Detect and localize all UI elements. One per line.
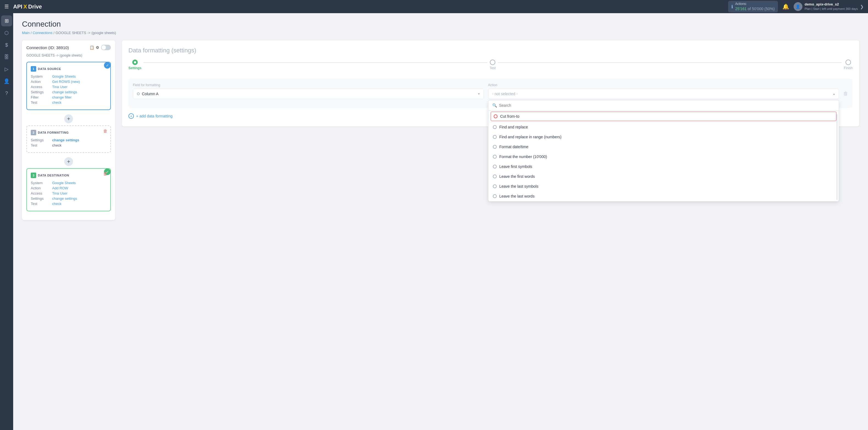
- step3-settings-label: Settings: [31, 196, 50, 201]
- action-select[interactable]: - not selected - ▴: [488, 89, 839, 99]
- connection-toggle[interactable]: [101, 45, 111, 50]
- user-menu[interactable]: 👤 demo_apix-drive_s2 Plan | Start | left…: [794, 2, 864, 11]
- prog-label-finish: Finish: [844, 66, 852, 70]
- sidebar-item-home[interactable]: ⊞: [1, 16, 12, 26]
- avatar: 👤: [794, 2, 802, 11]
- breadcrumb-main[interactable]: Main: [22, 31, 30, 35]
- action-select-chevron-up-icon: ▴: [833, 92, 835, 96]
- add-between-2-3-button[interactable]: +: [64, 157, 73, 166]
- dropdown-item-7[interactable]: Leave the last symbols: [489, 181, 839, 191]
- step3-test-label: Test: [31, 202, 50, 206]
- left-panel: Connection (ID: 38910) 📋 ⚙ GOOGLE SHEETS…: [22, 40, 115, 220]
- prog-line-2: [498, 62, 842, 63]
- dropdown-item-6[interactable]: Leave the first words: [489, 172, 839, 181]
- step1-system-value[interactable]: Google Sheets: [52, 74, 76, 79]
- step1-settings-value[interactable]: change settings: [52, 90, 77, 94]
- connection-subtitle: GOOGLE SHEETS -> (google sheets): [26, 54, 111, 57]
- field-row: Field for formatting Column A ▾: [133, 83, 848, 99]
- step1-num: 1: [31, 66, 36, 72]
- dropdown-item-8[interactable]: Leave the last words: [489, 191, 839, 201]
- dropdown-item-5[interactable]: Leave first symbols: [489, 162, 839, 172]
- dropdown-search-input[interactable]: [499, 103, 835, 108]
- dropdown-item-label-6: Leave the first words: [499, 174, 535, 179]
- main-content: Connection Main / Connections / GOOGLE S…: [13, 13, 868, 430]
- dropdown-item-0[interactable]: Cut from-to: [491, 112, 837, 121]
- field-select-chevron-icon: ▾: [478, 92, 480, 96]
- prog-step-test: Test: [490, 60, 496, 70]
- step3-access-value[interactable]: Tina User: [52, 191, 67, 195]
- radio-circle-2: [493, 135, 497, 139]
- sidebar-item-help[interactable]: ?: [1, 88, 12, 99]
- actions-box: ℹ Actions: 25'161 of 50'000 (50%): [728, 1, 778, 12]
- step3-access-row: Access Tina User: [31, 191, 106, 195]
- field-select-value: Column A: [142, 92, 159, 96]
- logo-text-post: Drive: [28, 4, 42, 10]
- step3-test-value[interactable]: check: [52, 202, 61, 206]
- step3-system-value[interactable]: Google Sheets: [52, 181, 76, 185]
- dropdown-item-2[interactable]: Find and replace in range (numbers): [489, 132, 839, 142]
- sidebar-item-data[interactable]: 🗄: [1, 52, 12, 63]
- breadcrumb-connections[interactable]: Connections: [33, 31, 53, 35]
- right-panel: Data formatting (settings) Settings Test: [122, 40, 859, 220]
- bell-icon[interactable]: 🔔: [782, 3, 789, 10]
- step3-action-value[interactable]: Add ROW: [52, 186, 68, 190]
- step1-filter-value[interactable]: change filter: [52, 95, 72, 99]
- sidebar-item-connections[interactable]: ⬡: [1, 27, 12, 38]
- step1-action-row: Action Get ROWS (new): [31, 80, 106, 84]
- action-label: Action: [488, 83, 839, 87]
- step2-label: DATA FORMATTING: [38, 131, 69, 134]
- field-for-formatting-select[interactable]: Column A ▾: [133, 89, 484, 99]
- dropdown-item-label-8: Leave the last words: [499, 194, 534, 198]
- step1-test-label: Test: [31, 100, 50, 104]
- step1-system-label: System: [31, 74, 50, 79]
- step2-test-row: Test check: [31, 143, 106, 147]
- field-for-formatting-group: Field for formatting Column A ▾: [133, 83, 484, 99]
- step2-test-value[interactable]: check: [52, 143, 61, 147]
- field-for-formatting-label: Field for formatting: [133, 83, 484, 87]
- step3-access-label: Access: [31, 191, 50, 195]
- prog-label-test: Test: [490, 66, 496, 70]
- copy-icon[interactable]: 📋: [89, 45, 94, 50]
- dropdown-scrollbar[interactable]: [836, 114, 838, 200]
- dropdown-item-label-0: Cut from-to: [500, 114, 520, 119]
- actions-percent: (50%): [765, 7, 775, 11]
- step1-filter-label: Filter: [31, 95, 50, 99]
- delete-row-icon[interactable]: 🗑: [843, 91, 848, 97]
- add-formatting-plus-icon: +: [128, 113, 134, 119]
- menu-icon[interactable]: ☰: [4, 4, 9, 10]
- sidebar-item-account[interactable]: 👤: [1, 76, 12, 87]
- radio-circle-3: [493, 145, 497, 149]
- step2-settings-value[interactable]: change settings: [52, 138, 79, 142]
- user-chevron-icon[interactable]: ❯: [860, 4, 864, 9]
- dropdown-item-4[interactable]: Format the number (10'000): [489, 152, 839, 162]
- step2-delete-icon[interactable]: 🗑: [103, 129, 107, 134]
- step1-access-value[interactable]: Tina User: [52, 85, 67, 89]
- actions-values: 25'161 of 50'000 (50%): [735, 6, 775, 11]
- breadcrumb-sep1: /: [31, 31, 33, 35]
- step3-settings-value[interactable]: change settings: [52, 196, 77, 201]
- sidebar-item-run[interactable]: ▷: [1, 64, 12, 74]
- dropdown-item-1[interactable]: Find and replace: [489, 122, 839, 132]
- step1-test-value[interactable]: check: [52, 100, 61, 104]
- step2-header: 2 DATA FORMATTING: [31, 130, 106, 135]
- step1-action-label: Action: [31, 80, 50, 84]
- prog-step-finish: Finish: [844, 60, 852, 70]
- add-between-1-2-button[interactable]: +: [64, 115, 73, 123]
- settings-icon[interactable]: ⚙: [96, 45, 99, 50]
- actions-used: 25'161: [735, 7, 747, 11]
- dropdown-item-label-5: Leave first symbols: [499, 164, 532, 169]
- step1-action-value[interactable]: Get ROWS (new): [52, 80, 80, 84]
- step3-settings-row: Settings change settings: [31, 196, 106, 201]
- top-navigation: ☰ APIXDrive ℹ Actions: 25'161 of 50'000 …: [0, 0, 868, 13]
- action-dropdown-menu: 🔍 Cut from-toFind and replaceFind and re…: [488, 100, 839, 202]
- prog-step-settings: Settings: [128, 60, 141, 70]
- step3-system-label: System: [31, 181, 50, 185]
- step3-delete-icon[interactable]: 🗑: [103, 172, 107, 177]
- dropdown-item-3[interactable]: Format date/time: [489, 142, 839, 152]
- dropdown-items-container: Cut from-toFind and replaceFind and repl…: [489, 112, 839, 201]
- step3-num: 3: [31, 173, 36, 178]
- step3-test-row: Test check: [31, 202, 106, 206]
- sidebar-item-billing[interactable]: $: [1, 39, 12, 51]
- step1-badge: ✓: [104, 62, 111, 69]
- add-formatting-label: + add data formatting: [136, 114, 173, 118]
